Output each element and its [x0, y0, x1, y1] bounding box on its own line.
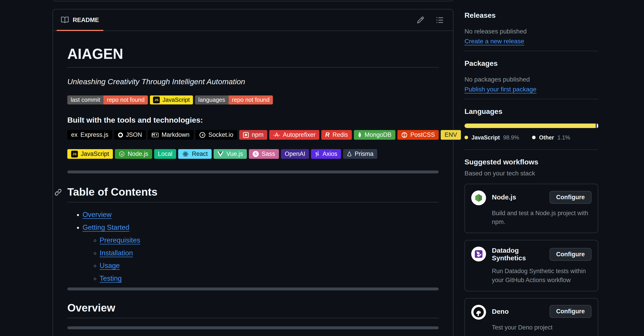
link-anchor-icon[interactable]: [54, 188, 62, 196]
tech-badge-label: Vue.js: [226, 150, 243, 157]
tech-badge-react: React: [178, 149, 212, 159]
js-icon: JS: [71, 151, 78, 157]
toc-link[interactable]: Installation: [100, 249, 133, 257]
tech-badge-label: Socket.io: [208, 131, 233, 138]
tech-badge-node-js: JSNode.js: [115, 149, 152, 159]
toc-link[interactable]: Testing: [100, 274, 122, 282]
tech-badge-mongodb: MongoDB: [354, 130, 396, 140]
tech-badge-label: JavaScript: [81, 150, 109, 157]
nodejs-logo: [474, 193, 483, 202]
toc-subitem: Usage: [100, 261, 439, 270]
edit-readme-button[interactable]: [417, 16, 424, 24]
workflow-title: Node.js: [492, 193, 516, 201]
language-legend-item[interactable]: JavaScript98.9%: [464, 134, 519, 141]
readme-card-header: README: [53, 10, 453, 31]
releases-title: Releases: [464, 11, 598, 20]
toc-link[interactable]: Getting Started: [82, 223, 130, 231]
nodejs-icon: JS: [119, 151, 125, 157]
repo-sidebar: Releases No releases published Create a …: [464, 11, 598, 336]
tech-badge-socket-io: Socket.io: [196, 130, 237, 140]
configure-button[interactable]: Configure: [550, 248, 592, 261]
tech-badge-label: OpenAI: [285, 150, 306, 157]
doc-title: AIAGEN: [67, 45, 439, 68]
tech-badge-express-js: exExpress.js: [67, 130, 112, 140]
packages-empty-text: No packages published: [464, 76, 598, 84]
languages-section: Languages JavaScript98.9%Other1.1%: [464, 107, 598, 150]
language-segment-javascript[interactable]: [464, 124, 596, 128]
configure-button[interactable]: Configure: [550, 191, 592, 204]
workflow-card: DenoConfigureTest your Deno project: [464, 298, 598, 336]
tech-badge-sass: SSass: [249, 149, 279, 159]
toc-link[interactable]: Usage: [100, 262, 120, 269]
tech-badge-label: Markdown: [162, 131, 190, 138]
configure-button[interactable]: Configure: [550, 305, 592, 318]
workflows-subtitle: Based on your tech stack: [464, 170, 598, 177]
json-icon: [118, 133, 123, 137]
toc-subitem: Testing: [100, 274, 439, 283]
doc-subtitle: Unleashing Creativity Through Intelligen…: [67, 77, 439, 87]
markdown-icon: [152, 133, 159, 137]
readme-header-actions: [417, 10, 446, 31]
react-icon: [182, 151, 189, 157]
divider: [67, 170, 439, 173]
readme-body: AIAGEN Unleashing Creativity Through Int…: [53, 31, 453, 329]
divider: [67, 287, 439, 290]
npm-icon: [243, 132, 249, 138]
tech-badge-row: JSJavaScriptJSNode.jsLocalReactVue.jsSSa…: [67, 149, 439, 159]
toc-link[interactable]: Overview: [82, 211, 112, 218]
mongodb-icon: [358, 132, 362, 138]
workflow-title: Deno: [492, 308, 509, 315]
workflow-description: Build and test a Node.js project with np…: [492, 209, 592, 226]
tab-readme[interactable]: README: [56, 10, 104, 31]
badge-value: repo not found: [104, 96, 148, 104]
outline-headings-button[interactable]: [436, 16, 444, 24]
tech-badge-axios: Axios: [311, 149, 341, 159]
tech-badge-label: ENV: [444, 131, 457, 138]
tech-badge-label: Sass: [262, 150, 275, 157]
language-segment-other[interactable]: [597, 124, 598, 128]
badge-label: JavaScript: [162, 96, 190, 103]
language-bar[interactable]: [464, 124, 598, 128]
workflow-avatar: [471, 247, 486, 261]
file-list-card-bottom-edge: [52, 0, 454, 1]
overview-heading-text: Overview: [67, 302, 115, 314]
tech-badge-prisma: Prisma: [343, 149, 377, 159]
book-icon: [61, 16, 69, 24]
publish-package-link[interactable]: Publish your first package: [464, 86, 536, 93]
tech-badge-label: Node.js: [128, 150, 148, 157]
meta-badge: languagesrepo not found: [195, 96, 273, 104]
toc-subitem: Prerequisites: [100, 236, 439, 245]
tech-badge-label: npm: [252, 131, 264, 138]
language-name: JavaScript: [472, 134, 500, 141]
tech-badge-autoprefixer: -A-Autoprefixer: [269, 130, 319, 140]
tech-badge-label: JSON: [126, 131, 142, 138]
language-legend-item[interactable]: Other1.1%: [532, 134, 570, 141]
badge-label: languages: [195, 96, 229, 104]
toc-link[interactable]: Prerequisites: [100, 236, 140, 244]
tech-badge-vue-js: Vue.js: [214, 149, 247, 159]
language-dot: [464, 136, 468, 139]
language-dot: [532, 136, 536, 139]
badge-value: repo not found: [229, 96, 273, 104]
badge-label: last commit: [67, 96, 104, 104]
svg-text:JS: JS: [120, 153, 123, 155]
create-release-link[interactable]: Create a new release: [464, 38, 524, 45]
tech-badge-label: MongoDB: [365, 131, 392, 138]
express-icon: ex: [71, 131, 78, 138]
packages-title: Packages: [464, 59, 598, 68]
repo-page: README AIAGEN Unleashing Creativity Thro…: [0, 0, 644, 336]
tech-badge-redis: RRedis: [321, 130, 352, 140]
tech-badge-local: Local: [154, 149, 176, 159]
meta-badge: last commitrepo not found: [67, 96, 148, 104]
tech-badge-label: Axios: [322, 150, 337, 157]
tech-badge-label: Prisma: [354, 150, 374, 157]
js-icon: JS: [153, 97, 160, 103]
tech-badge-label: Local: [158, 150, 172, 157]
readme-tab-label: README: [73, 17, 99, 24]
workflow-avatar: [471, 305, 486, 319]
language-name: Other: [539, 134, 554, 141]
toc-item: Getting StartedPrerequisitesInstallation…: [82, 223, 439, 283]
postcss-icon: [401, 132, 408, 138]
tech-badge-postcss: PostCSS: [398, 130, 439, 140]
tech-badge-label: PostCSS: [410, 131, 435, 138]
